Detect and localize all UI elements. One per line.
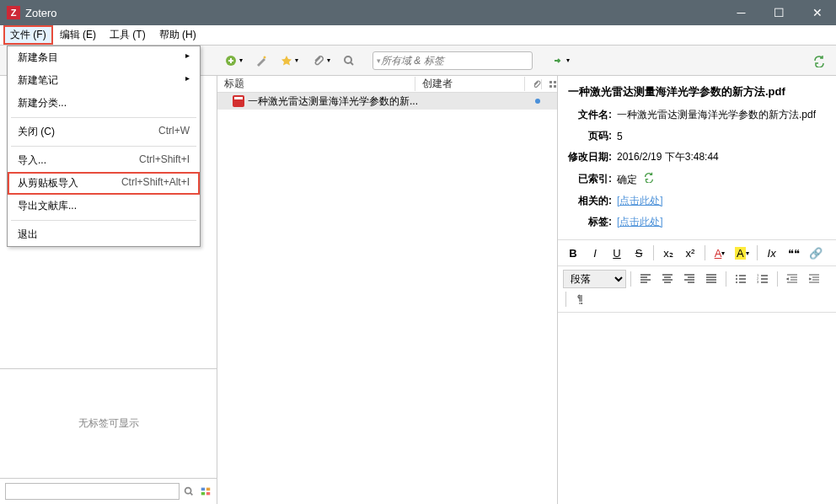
search-input-container: ▾: [372, 51, 533, 70]
svg-text:3: 3: [757, 280, 759, 284]
tag-search-input[interactable]: [5, 483, 180, 500]
col-attachment[interactable]: [525, 79, 542, 89]
tag-menu-icon[interactable]: [200, 485, 212, 497]
close-button[interactable]: ✕: [798, 0, 836, 25]
window-title: Zotero: [25, 7, 57, 19]
search-input[interactable]: [381, 55, 528, 67]
detail-pages: 页码: 5: [568, 126, 826, 147]
menu-new-collection[interactable]: 新建分类...: [8, 92, 200, 115]
align-right-button[interactable]: [679, 270, 699, 288]
titlebar: Z Zotero ─ ☐ ✕: [0, 0, 836, 25]
minimize-button[interactable]: ─: [722, 0, 760, 25]
svg-rect-11: [554, 85, 556, 88]
detail-filename: 文件名: 一种激光雷达测量海洋光学参数的新方法.pdf: [568, 105, 826, 126]
paragraph-select[interactable]: 段落: [563, 270, 626, 288]
indent-button[interactable]: [804, 270, 824, 288]
detail-modified: 修改日期: 2016/2/19 下午3:48:44: [568, 147, 826, 168]
menu-close[interactable]: 关闭 (C)Ctrl+W: [8, 121, 200, 143]
attachment-dot-icon: [535, 99, 540, 104]
attach-button[interactable]: ▾: [307, 51, 335, 71]
svg-point-12: [736, 275, 737, 276]
bgcolor-button[interactable]: A ▾: [732, 244, 753, 262]
star-button[interactable]: ▾: [275, 51, 303, 71]
app-logo: Z: [7, 6, 20, 19]
svg-point-13: [736, 278, 737, 280]
menu-import-clipboard[interactable]: 从剪贴板导入Ctrl+Shift+Alt+I: [8, 172, 200, 195]
item-title: 一种激光雷达测量海洋光学参数的新...: [248, 94, 535, 109]
left-pane: 新建条目 新建笔记 新建分类... 关闭 (C)Ctrl+W 导入...Ctrl…: [0, 76, 217, 504]
detail-related: 相关的: [点击此处]: [568, 190, 826, 212]
column-headers: 标题 创建者: [217, 76, 557, 93]
svg-point-14: [736, 281, 737, 283]
outdent-button[interactable]: [782, 270, 802, 288]
pdf-icon: [233, 95, 244, 107]
menu-help[interactable]: 帮助 (H): [153, 25, 203, 45]
svg-rect-8: [549, 81, 552, 83]
note-editor-toolbar: B I U S x₂ x² A ▾ A ▾ Ix ❝❝ 🔗: [558, 239, 836, 266]
wand-button[interactable]: [251, 51, 271, 71]
menu-exit[interactable]: 退出: [8, 223, 200, 246]
sync-button[interactable]: [809, 51, 829, 71]
menu-tools[interactable]: 工具 (T): [103, 25, 153, 45]
menu-export[interactable]: 导出文献库...: [8, 195, 200, 217]
svg-rect-5: [206, 488, 210, 491]
svg-rect-9: [554, 81, 556, 83]
link-button[interactable]: 🔗: [806, 244, 826, 262]
tag-selector: 无标签可显示: [0, 369, 217, 479]
ltr-button[interactable]: [571, 290, 591, 308]
align-left-button[interactable]: [635, 270, 656, 288]
menu-new-item[interactable]: 新建条目: [8, 46, 200, 69]
maximize-button[interactable]: ☐: [760, 0, 798, 25]
tag-search-icon[interactable]: [183, 485, 195, 497]
superscript-button[interactable]: x²: [680, 244, 700, 262]
svg-rect-7: [206, 492, 210, 496]
new-item-button[interactable]: ▾: [219, 51, 248, 71]
search-button[interactable]: [339, 51, 359, 71]
reindex-icon[interactable]: [643, 171, 655, 183]
menu-edit[interactable]: 编辑 (E): [53, 25, 103, 45]
bullet-list-button[interactable]: [731, 270, 751, 288]
number-list-button[interactable]: 123: [753, 270, 773, 288]
item-row[interactable]: 一种激光雷达测量海洋光学参数的新...: [217, 93, 557, 110]
blockquote-button[interactable]: ❝❝: [784, 244, 804, 262]
svg-rect-6: [201, 492, 205, 496]
detail-indexed: 已索引: 确定: [568, 168, 826, 190]
col-title[interactable]: 标题: [217, 77, 415, 91]
textcolor-button[interactable]: A ▾: [710, 244, 730, 262]
col-menu-icon[interactable]: [542, 80, 557, 88]
tags-empty-label: 无标签可显示: [78, 416, 139, 431]
menubar: 文件 (F) 编辑 (E) 工具 (T) 帮助 (H): [0, 25, 836, 46]
bold-button[interactable]: B: [563, 244, 583, 262]
subscript-button[interactable]: x₂: [658, 244, 678, 262]
italic-button[interactable]: I: [585, 244, 605, 262]
svg-point-2: [345, 56, 351, 63]
tag-search-bar: [0, 479, 217, 504]
menu-file[interactable]: 文件 (F): [3, 25, 53, 45]
underline-button[interactable]: U: [607, 244, 627, 262]
svg-point-3: [185, 488, 191, 494]
col-creator[interactable]: 创建者: [415, 77, 525, 91]
menu-import[interactable]: 导入...Ctrl+Shift+I: [8, 149, 200, 172]
align-center-button[interactable]: [657, 270, 678, 288]
menu-new-note[interactable]: 新建笔记: [8, 69, 200, 92]
clearformat-button[interactable]: Ix: [762, 244, 782, 262]
note-editor-toolbar2: 段落 123: [558, 266, 836, 313]
strike-button[interactable]: S: [629, 244, 649, 262]
items-pane: 标题 创建者 一种激光雷达测量海洋光学参数的新...: [217, 76, 558, 504]
item-detail-pane: 一种激光雷达测量海洋光学参数的新方法.pdf 文件名: 一种激光雷达测量海洋光学…: [558, 76, 836, 504]
align-justify-button[interactable]: [701, 270, 721, 288]
locate-button[interactable]: ▾: [546, 51, 575, 71]
svg-rect-10: [549, 85, 552, 88]
svg-rect-4: [201, 488, 205, 491]
file-menu-dropdown: 新建条目 新建笔记 新建分类... 关闭 (C)Ctrl+W 导入...Ctrl…: [7, 46, 201, 247]
detail-title: 一种激光雷达测量海洋光学参数的新方法.pdf: [558, 76, 836, 105]
svg-point-1: [264, 56, 266, 58]
detail-tags: 标签: [点击此处]: [568, 212, 826, 233]
